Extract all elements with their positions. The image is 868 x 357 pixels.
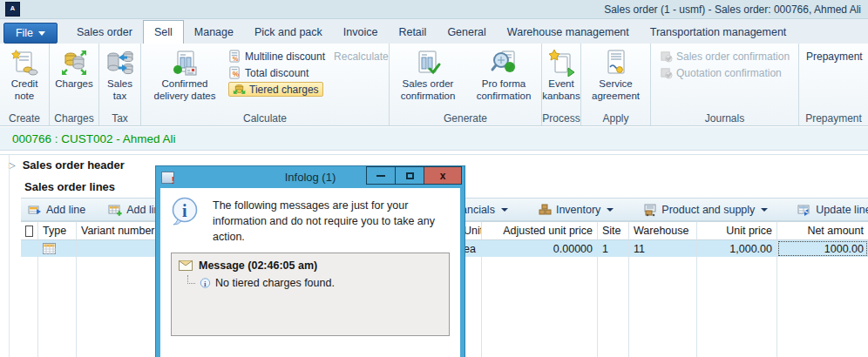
window-title: Sales order (1 - usmf) - Sales order: 00… [604,3,861,16]
row-warehouse-cell[interactable]: 11 [629,240,697,257]
charges-button[interactable]: Charges [54,47,93,110]
sales-tax-icon [106,49,134,77]
journal-sales-order-confirmation-button[interactable]: Sales order confirmation [660,49,798,64]
sales-order-header-title: Sales order header [23,158,125,172]
tab-pick-and-pack[interactable]: Pick and pack [244,21,333,44]
record-info-text: 000766 : CUST002 - Ahmed Ali [12,132,176,145]
journal-sales-order-confirmation-label: Sales order confirmation [676,51,790,63]
charges-label: Charges [55,78,92,91]
tab-general[interactable]: General [437,21,496,44]
group-label-calculate: Calculate [141,112,389,125]
sales-order-confirmation-button[interactable]: Sales order confirmation [390,47,465,110]
product-and-supply-icon [643,203,657,217]
total-discount-icon: % [228,66,241,79]
tab-sales-order[interactable]: Sales order [66,21,143,44]
product-and-supply-label: Product and supply [661,204,755,216]
event-kanbans-label: Event kanbans [542,78,580,102]
confirmed-delivery-dates-label: Confirmed delivery dates [146,78,224,102]
title-bar: ᴬ Sales order (1 - usmf) - Sales order: … [0,0,868,19]
col-header-warehouse[interactable]: Warehouse [629,221,697,240]
tab-retail[interactable]: Retail [388,21,437,44]
group-label-tax: Tax [99,112,140,125]
svg-text:%: % [233,70,240,78]
ribbon-group-calculate: Confirmed delivery dates % Multiline dis… [141,44,390,125]
row-site-cell[interactable]: 1 [598,240,629,257]
infolog-dialog: Infolog (1) x i The following messages a… [155,165,465,357]
service-agreement-icon [602,49,630,77]
prepayment-label: Prepayment [806,51,863,63]
chevron-down-icon [38,31,45,36]
inventory-menu-button[interactable]: Inventory [538,203,614,217]
ribbon-tab-bar: File Sales order Sell Manage Pick and pa… [0,19,868,44]
file-menu-button[interactable]: File [3,23,58,44]
update-line-label: Update line [816,204,868,216]
prepayment-button[interactable]: Prepayment [806,49,868,64]
col-header-site[interactable]: Site [598,221,629,240]
tree-connector [187,275,195,284]
sales-order-lines-section[interactable]: Sales order lines [24,178,115,194]
row-net-amount-cell[interactable]: 1000.00 [777,240,868,257]
row-unit-price-cell[interactable]: 1,000.00 [697,240,777,257]
confirmed-delivery-dates-icon [171,49,199,77]
row-type-cell[interactable] [38,240,77,257]
credit-note-button[interactable]: Credit note [0,47,49,110]
ribbon-group-apply: Service agreement Apply [581,44,651,125]
add-line-button[interactable]: Add line [28,203,85,217]
select-all-checkbox[interactable] [25,226,33,237]
sales-order-confirmation-label: Sales order confirmation [391,78,465,102]
maximize-icon [406,172,414,179]
infolog-title-bar[interactable]: Infolog (1) x [156,166,465,188]
tab-invoice[interactable]: Invoice [333,21,389,44]
tab-sell[interactable]: Sell [143,20,184,44]
col-header-net-amount[interactable]: Net amount [777,221,868,240]
credit-note-label: Credit note [1,78,48,102]
tiered-charges-button[interactable]: Tiered charges [228,82,323,97]
infolog-intro-text: The following messages are just for your… [213,197,450,245]
tab-warehouse-management[interactable]: Warehouse management [497,21,640,44]
journal-quotation-confirmation-button[interactable]: Quotation confirmation [660,65,798,80]
total-discount-label: Total discount [245,67,309,79]
row-adjusted-unit-price-cell[interactable]: 0.00000 [482,240,598,257]
ribbon-group-charges: Charges Charges [50,44,99,125]
info-mini-icon: i [200,278,211,289]
group-label-journals: Journals [651,112,798,125]
product-and-supply-menu-button[interactable]: Product and supply [643,203,768,217]
col-header-type[interactable]: Type [38,221,77,240]
envelope-icon [179,260,193,271]
infolog-body: i The following messages are just for yo… [160,188,460,357]
service-agreement-label: Service agreement [587,78,646,102]
chevron-down-icon [607,208,614,212]
sales-tax-button[interactable]: Sales tax [99,47,140,110]
close-icon: x [440,170,446,182]
journal-quotation-confirmation-label: Quotation confirmation [676,67,782,79]
update-line-menu-button[interactable]: Update line [797,203,868,217]
svg-text:%: % [233,55,239,63]
col-header-adjusted-unit-price[interactable]: Adjusted unit price [482,221,598,240]
maximize-button[interactable] [395,166,424,185]
ribbon-group-journals: Sales order confirmation Quotation confi… [651,44,799,125]
tab-manage[interactable]: Manage [184,21,244,44]
total-discount-button[interactable]: % Total discount [228,65,389,80]
minimize-icon [376,175,385,177]
close-button[interactable]: x [424,166,462,185]
inventory-label: Inventory [556,204,600,216]
multiline-discount-button[interactable]: % Multiline discount [228,49,325,64]
select-all-cell[interactable] [21,221,38,240]
col-header-unit-price[interactable]: Unit price [697,221,777,240]
dynamics-ax-app-icon: ᴬ [5,2,20,17]
event-kanbans-button[interactable]: Event kanbans [541,47,580,110]
pro-forma-confirmation-label: Pro forma confirmation [468,78,539,102]
tab-transportation-management[interactable]: Transportation management [640,21,797,44]
infolog-message-list[interactable]: Message (02:46:05 am) i No tiered charge… [171,253,450,336]
minimize-button[interactable] [366,166,395,185]
service-agreement-button[interactable]: Service agreement [586,47,647,110]
recalculate-button[interactable]: Recalculate [334,49,389,64]
recalculate-label: Recalculate [334,51,389,63]
group-label-generate: Generate [390,112,541,125]
ribbon: Credit note Create Charges Charg [0,44,868,126]
row-select-cell[interactable] [21,240,38,257]
sales-order-confirmation-icon [414,49,442,77]
multiline-discount-label: Multiline discount [245,51,325,63]
pro-forma-confirmation-button[interactable]: Pro forma confirmation [467,47,540,110]
group-label-process: Process [542,112,580,125]
